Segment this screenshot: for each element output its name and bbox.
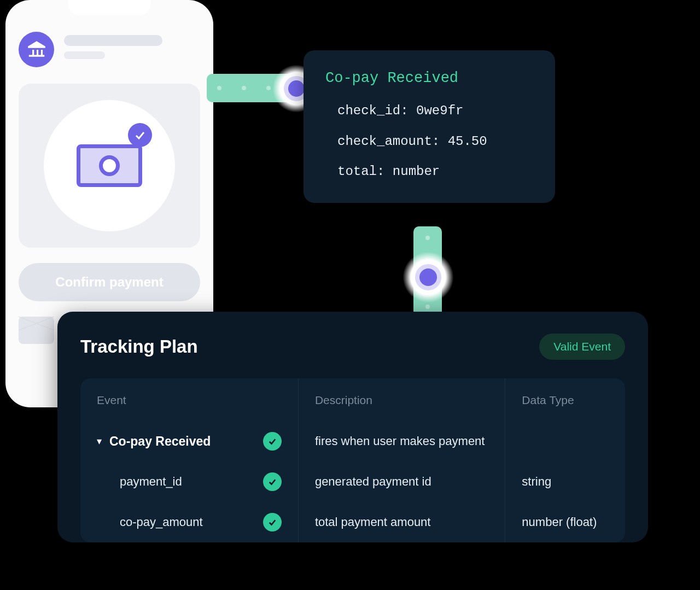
tracking-table: Event Description Data Type ▾ Co-pay Rec…: [80, 378, 625, 542]
table-row[interactable]: ▾ Co-pay Received fires when user makes …: [80, 421, 625, 462]
header-skeleton: [64, 32, 200, 59]
column-header-description: Description: [298, 378, 505, 421]
event-card: Co-pay Received check_id: 0we9fr check_a…: [304, 50, 555, 203]
table-row[interactable]: payment_id generated payment id string: [80, 462, 625, 502]
money-icon: [77, 144, 142, 187]
event-row-type: [505, 421, 625, 462]
property-type: string: [505, 462, 625, 502]
tracking-plan-panel: Tracking Plan Valid Event Event Descript…: [57, 312, 648, 542]
table-row[interactable]: co-pay_amount total payment amount numbe…: [80, 502, 625, 542]
property-description: generated payment id: [298, 462, 505, 502]
property-name: payment_id: [97, 475, 182, 489]
bank-icon: [26, 39, 47, 60]
check-icon: [263, 432, 282, 451]
event-property: total: number: [337, 162, 533, 181]
payment-illustration: [44, 100, 175, 231]
confirm-payment-button[interactable]: Confirm payment: [19, 263, 200, 301]
check-badge-icon: [128, 123, 152, 147]
column-header-data-type: Data Type: [505, 378, 625, 421]
connector-node: [402, 252, 454, 303]
valid-event-badge: Valid Event: [539, 334, 625, 360]
property-name: co-pay_amount: [97, 515, 203, 529]
event-property: check_id: 0we9fr: [337, 102, 533, 120]
column-header-event: Event: [80, 378, 298, 421]
bank-avatar: [19, 32, 54, 67]
event-row-name: Co-pay Received: [109, 434, 211, 449]
payment-card: [19, 84, 200, 248]
tracking-plan-title: Tracking Plan: [80, 336, 198, 357]
property-type: number (float): [505, 502, 625, 542]
check-icon: [263, 513, 282, 531]
envelope-icon: [19, 317, 54, 344]
skeleton-line: [64, 51, 105, 59]
chevron-down-icon[interactable]: ▾: [97, 435, 102, 447]
phone-notch: [68, 0, 150, 15]
event-row-description: fires when user makes payment: [298, 421, 505, 462]
event-title: Co-pay Received: [325, 70, 533, 86]
event-property: check_amount: 45.50: [337, 132, 533, 151]
check-icon: [263, 472, 282, 491]
skeleton-line: [64, 35, 162, 46]
property-description: total payment amount: [298, 502, 505, 542]
phone-header: [19, 32, 200, 67]
